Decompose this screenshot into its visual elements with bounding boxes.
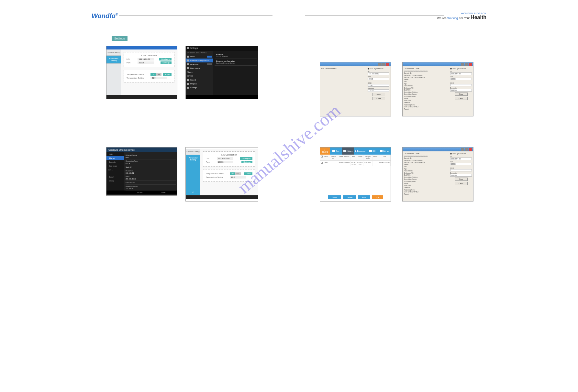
maximize-icon[interactable] xyxy=(465,148,468,151)
apply-button[interactable]: Apply xyxy=(163,73,172,76)
bluetooth-side-item[interactable]: Bluetooth xyxy=(106,160,124,164)
qc-tab[interactable]: TQC xyxy=(366,147,379,155)
ip-address-field[interactable]: 192.168.0.2 xyxy=(126,172,176,174)
query-button[interactable]: Query xyxy=(328,195,341,199)
udp-radio[interactable]: UDP xyxy=(450,153,456,155)
minimize-icon[interactable] xyxy=(461,63,464,66)
com-select[interactable]: COM1 xyxy=(368,84,389,87)
account-tab[interactable]: 👤Account xyxy=(354,147,366,155)
temp-control-label: Temperature Control xyxy=(127,73,149,75)
data-usage-item[interactable]: Data usage xyxy=(186,66,213,70)
baud-select[interactable]: 115200 xyxy=(450,174,472,177)
manual-spread: Wondfo® Settings System Setting Paramete… xyxy=(75,0,503,298)
lis-receive-title: LIS Receive Data: xyxy=(404,153,448,155)
wifi-switch[interactable] xyxy=(207,56,212,58)
gateway-field[interactable]: 192.168.0.1 xyxy=(126,188,176,190)
port-input[interactable]: 20035 xyxy=(450,163,472,165)
wifi-item[interactable]: Wi-Fi xyxy=(186,55,213,59)
ip-input[interactable]: 192.168.0.88 xyxy=(450,158,472,160)
stop-button[interactable]: Stop xyxy=(455,178,468,181)
clear-button[interactable]: Clear xyxy=(372,97,385,100)
temp-control-toggle[interactable]: ONOFF xyxy=(150,73,161,76)
configure-button[interactable]: Configure xyxy=(159,58,172,60)
clear-button[interactable]: Clear xyxy=(455,182,468,185)
back-button[interactable]: ↩ xyxy=(186,189,200,195)
close-icon[interactable] xyxy=(469,148,472,151)
port-input[interactable]: 20035 xyxy=(450,78,472,80)
stop-button[interactable]: Stop xyxy=(455,93,468,96)
maximize-icon[interactable] xyxy=(382,63,385,66)
baud-select[interactable]: 115200 xyxy=(368,89,389,92)
maximize-icon[interactable] xyxy=(465,63,468,66)
lis-ip-field[interactable]: 192.168.0.88 xyxy=(138,58,154,60)
com-select[interactable] xyxy=(450,84,472,86)
udp-radio[interactable]: UDP xyxy=(368,68,373,70)
ethernet-toggle-item[interactable]: Ethernet Turn off Ethernet xyxy=(215,52,257,59)
print-button[interactable]: Print xyxy=(358,195,370,199)
serial-radio[interactable]: SerialPort xyxy=(457,153,466,155)
wifi-side-item[interactable]: Wi-Fi xyxy=(106,152,124,156)
row-checkbox[interactable] xyxy=(321,162,323,164)
static-ip-option[interactable]: Static IP xyxy=(126,166,176,168)
table-row[interactable]: Detail 20161205000011 cTn HS-cTnI Myo <0… xyxy=(320,161,391,166)
ethernet-configure-item[interactable]: Ethernet configuration Configure Etherne… xyxy=(215,59,257,66)
screenshot-ethernet-config: Configure Ethernet device Wi-Fi Ethernet… xyxy=(106,147,177,196)
history-tab[interactable]: 📄History xyxy=(342,147,354,155)
udp-radio[interactable]: UDP xyxy=(450,68,456,70)
display-item[interactable]: Display xyxy=(186,82,213,86)
system-setting-tab[interactable]: System Setting xyxy=(186,149,200,155)
save-button[interactable]: Save xyxy=(161,191,166,193)
settings-button[interactable]: Settings xyxy=(161,61,172,64)
bluetooth-item[interactable]: Bluetooth xyxy=(186,62,213,66)
bluetooth-switch[interactable] xyxy=(207,63,212,65)
conn-button[interactable]: Conn xyxy=(244,172,252,175)
clear-button[interactable]: Clear xyxy=(455,97,468,100)
start-button[interactable]: Start xyxy=(372,93,385,96)
close-icon[interactable] xyxy=(469,63,472,66)
header-rule xyxy=(119,16,272,16)
ip-input[interactable]: 192.168.0.88 xyxy=(450,72,472,75)
sound-side-item[interactable]: Sound xyxy=(106,175,124,179)
settings-badge: Settings xyxy=(112,36,128,41)
sound-icon xyxy=(187,79,189,81)
configure-button[interactable]: Configure xyxy=(240,157,252,160)
port-field[interactable]: 20035 xyxy=(217,161,233,163)
ip-input[interactable]: 192.168.52.62 xyxy=(368,72,389,75)
temp-setting-field[interactable]: 36.0 xyxy=(150,77,167,79)
minimize-icon[interactable] xyxy=(378,63,382,66)
discard-button[interactable]: Discard xyxy=(136,191,142,193)
test-tab[interactable]: ▶Test xyxy=(330,147,342,155)
sound-item[interactable]: Sound xyxy=(186,78,213,82)
baud-select[interactable]: 115200 xyxy=(450,89,472,92)
setup-tab[interactable]: ⚙Set Up xyxy=(378,147,391,155)
storage-item[interactable]: Storage xyxy=(186,86,213,90)
ethernet-config-item[interactable]: Ethernet configuration xyxy=(186,59,213,62)
wondfo-logo: Wondfo® xyxy=(92,12,118,20)
parameter-setting-tab[interactable]: Parameter Setting xyxy=(186,155,200,163)
mask-field[interactable]: 255.255.255.0 xyxy=(126,178,176,180)
conn-type-field[interactable]: DHCP xyxy=(126,162,176,164)
temp-setting-field[interactable]: 27.0 xyxy=(230,176,246,179)
more-item[interactable]: More... xyxy=(186,70,213,74)
com-select[interactable] xyxy=(450,169,472,171)
delete-button[interactable]: Delete xyxy=(343,195,356,199)
temp-control-toggle[interactable]: ONOFF xyxy=(230,172,241,175)
display-side-item[interactable]: Display xyxy=(106,179,124,183)
settings-button[interactable]: Settings xyxy=(241,161,252,163)
port-input[interactable]: 20035 xyxy=(368,78,389,80)
ethernet-side-item[interactable]: Ethernet xyxy=(106,156,124,160)
lis-button[interactable]: LIS xyxy=(372,195,383,199)
lis-ip-field[interactable]: 192.168.0.88 xyxy=(217,157,233,160)
port-field[interactable]: 20035 xyxy=(138,61,154,64)
system-setting-tab[interactable]: System Setting xyxy=(106,49,121,56)
serial-radio[interactable]: SerialPort xyxy=(457,68,466,70)
parameter-setting-tab[interactable]: Parameter Setting xyxy=(106,56,121,64)
more-side-item[interactable]: More... xyxy=(106,168,124,172)
select-all-checkbox[interactable] xyxy=(321,156,323,158)
close-icon[interactable] xyxy=(386,63,389,66)
eth-device-field[interactable]: eth0 xyxy=(126,157,176,158)
lis-receive-title: LIS Receive Data: xyxy=(404,68,448,70)
serial-radio[interactable]: SerialPort xyxy=(374,68,383,70)
data-side-item[interactable]: Data usage xyxy=(106,164,124,168)
minimize-icon[interactable] xyxy=(461,148,464,151)
